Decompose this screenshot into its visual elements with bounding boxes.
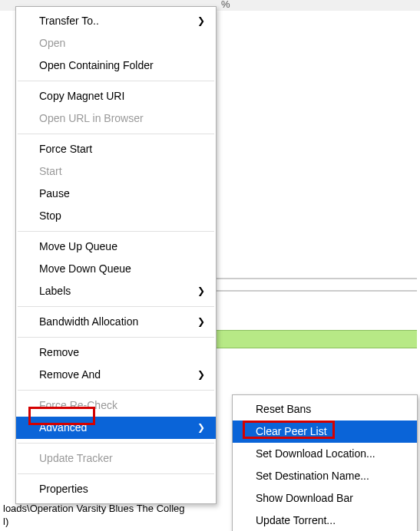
menu-separator [18,390,214,391]
menu-update-tracker-label: Update Tracker [39,452,113,464]
submenu-clear-peer-list-label: Clear Peer List [256,425,327,437]
menu-move-down-label: Move Down Queue [39,262,131,275]
menu-bandwidth-allocation[interactable]: Bandwidth Allocation ❯ [16,311,216,333]
menu-labels-label: Labels [39,285,71,297]
bg-divider-1 [215,278,417,279]
submenu-set-download-location[interactable]: Set Download Location... [233,443,417,465]
advanced-submenu: Reset Bans Clear Peer List Set Download … [232,394,418,531]
submenu-update-torrent[interactable]: Update Torrent... [233,510,417,531]
menu-move-down-queue[interactable]: Move Down Queue [16,258,216,280]
menu-open-containing-folder[interactable]: Open Containing Folder [16,54,216,77]
menu-separator [18,443,214,444]
menu-pause-label: Pause [39,187,70,200]
progress-bar [215,330,417,348]
menu-force-start[interactable]: Force Start [16,138,216,160]
submenu-reset-bans[interactable]: Reset Bans [233,398,417,421]
status-path-line2: l) [3,516,8,527]
menu-separator [18,81,214,81]
menu-remove-and-label: Remove And [39,368,101,381]
menu-move-up-label: Move Up Queue [39,240,117,252]
bg-header-text: % [221,0,230,10]
status-path-line1: loads\Operation Varsity Blues The Colleg [3,503,185,514]
chevron-right-icon: ❯ [197,280,205,302]
menu-open-url-browser: Open URL in Browser [16,107,216,130]
submenu-set-destination-name-label: Set Destination Name... [256,470,369,482]
chevron-right-icon: ❯ [197,10,205,32]
menu-open-url-label: Open URL in Browser [39,112,144,124]
menu-transfer-to-label: Transfer To.. [39,15,99,27]
menu-move-up-queue[interactable]: Move Up Queue [16,236,216,258]
submenu-show-download-bar-label: Show Download Bar [256,492,353,504]
menu-pause[interactable]: Pause [16,183,216,205]
menu-remove-and[interactable]: Remove And ❯ [16,364,216,386]
menu-stop[interactable]: Stop [16,205,216,227]
menu-separator [18,231,214,232]
chevron-right-icon: ❯ [197,364,205,386]
menu-separator [18,473,214,474]
menu-separator [18,134,214,134]
submenu-set-destination-name[interactable]: Set Destination Name... [233,465,417,487]
menu-labels[interactable]: Labels ❯ [16,280,216,302]
context-menu: Transfer To.. ❯ Open Open Containing Fol… [15,6,217,504]
chevron-right-icon: ❯ [197,417,205,439]
chevron-right-icon: ❯ [197,311,205,333]
menu-remove-label: Remove [39,346,79,358]
menu-properties-label: Properties [39,483,88,495]
submenu-clear-peer-list[interactable]: Clear Peer List [233,421,417,443]
menu-start-label: Start [39,165,62,177]
menu-remove[interactable]: Remove [16,341,216,364]
menu-open-folder-label: Open Containing Folder [39,59,154,71]
menu-start: Start [16,160,216,183]
menu-force-recheck-label: Force Re-Check [39,399,117,411]
submenu-reset-bans-label: Reset Bans [256,403,311,415]
menu-separator [18,337,214,338]
menu-force-recheck: Force Re-Check [16,394,216,417]
menu-bandwidth-label: Bandwidth Allocation [39,315,138,328]
menu-advanced-label: Advanced [39,421,87,434]
submenu-show-download-bar[interactable]: Show Download Bar [233,487,417,510]
menu-properties[interactable]: Properties [16,478,216,500]
menu-stop-label: Stop [39,209,61,222]
bg-divider-2 [215,290,417,292]
menu-advanced[interactable]: Advanced ❯ [16,417,216,439]
menu-transfer-to[interactable]: Transfer To.. ❯ [16,10,216,32]
menu-separator [18,306,214,307]
menu-force-start-label: Force Start [39,143,92,155]
submenu-update-torrent-label: Update Torrent... [256,514,336,526]
menu-copy-magnet-uri[interactable]: Copy Magnet URI [16,85,216,107]
menu-update-tracker: Update Tracker [16,447,216,470]
menu-copy-magnet-label: Copy Magnet URI [39,90,124,102]
submenu-set-download-location-label: Set Download Location... [256,447,375,460]
menu-open: Open [16,32,216,54]
menu-open-label: Open [39,37,65,49]
